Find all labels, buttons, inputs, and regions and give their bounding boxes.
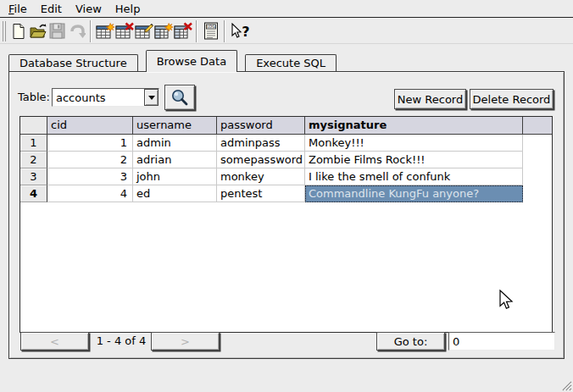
search-button[interactable] — [164, 85, 195, 110]
save-database-icon — [49, 23, 65, 39]
row-header[interactable]: 2 — [20, 152, 47, 168]
column-header-cid[interactable]: cid — [47, 117, 133, 135]
cell-cid[interactable]: 2 — [47, 152, 133, 168]
table-select[interactable]: accounts — [52, 88, 159, 107]
column-header-username[interactable]: username — [133, 117, 217, 135]
modify-table-icon — [135, 22, 153, 41]
toolbar: LOG ? — [0, 19, 573, 44]
row-header[interactable]: 1 — [20, 135, 47, 152]
svg-text:?: ? — [242, 23, 249, 39]
cell-password[interactable]: adminpass — [217, 135, 305, 152]
row-filler — [523, 152, 552, 168]
row-header[interactable]: 3 — [20, 168, 47, 185]
delete-table-button[interactable] — [114, 21, 134, 41]
row-filler — [523, 168, 552, 185]
whats-this-help-button[interactable]: ? — [229, 21, 254, 41]
cell-mysignature[interactable]: I like the smell of confunk — [305, 168, 523, 185]
menu-view[interactable]: View — [69, 2, 108, 16]
new-database-button[interactable] — [8, 21, 28, 41]
cell-cid[interactable]: 1 — [47, 135, 133, 152]
svg-text:LOG: LOG — [207, 25, 215, 29]
cell-cid[interactable]: 3 — [47, 168, 133, 185]
sqlite-database-browser-window: File Edit View Help — [0, 0, 573, 392]
whats-this-help-icon: ? — [231, 23, 253, 40]
cell-password[interactable]: monkey — [217, 168, 305, 185]
log-icon: LOG — [203, 22, 219, 40]
cell-mysignature-selected[interactable]: Commandline KungFu anyone? — [305, 185, 523, 202]
search-icon — [170, 88, 189, 107]
table-label: Table: — [18, 91, 50, 103]
cell-password[interactable]: pentest — [217, 185, 305, 202]
create-index-button[interactable] — [153, 21, 173, 41]
cell-mysignature[interactable]: Zombie Films Rock!!! — [305, 152, 523, 168]
toolbar-separator — [90, 20, 92, 42]
record-range-label: 1 - 4 of 4 — [91, 334, 152, 347]
create-table-button[interactable] — [95, 21, 114, 41]
go-to-record-input[interactable] — [448, 332, 555, 351]
toolbar-drag-handle[interactable] — [3, 21, 6, 41]
tab-bar: Database Structure Browse Data Execute S… — [8, 51, 344, 72]
next-records-button[interactable]: > — [151, 332, 220, 351]
revert-changes-button[interactable] — [67, 21, 86, 41]
modify-table-button[interactable] — [134, 21, 153, 41]
tab-browse-data[interactable]: Browse Data — [146, 50, 238, 72]
new-database-icon — [10, 23, 27, 40]
create-table-icon — [96, 22, 114, 41]
cell-password[interactable]: somepassword — [217, 152, 305, 168]
column-header-mysignature[interactable]: mysignature — [305, 117, 523, 135]
browse-data-panel: Table: accounts New Record Delete Record… — [8, 71, 565, 359]
table-select-dropdown-button[interactable] — [144, 89, 159, 106]
menu-bar: File Edit View Help — [0, 0, 573, 18]
delete-table-icon — [115, 22, 134, 41]
resize-grip[interactable] — [561, 380, 572, 391]
row-filler — [523, 185, 552, 202]
new-record-button[interactable]: New Record — [394, 89, 466, 109]
table-select-value: accounts — [53, 89, 144, 106]
row-filler — [523, 135, 552, 152]
column-header-filler — [523, 117, 552, 135]
cell-username[interactable]: admin — [133, 135, 217, 152]
go-to-button[interactable]: Go to: — [376, 332, 445, 351]
toolbar-separator — [224, 20, 225, 42]
revert-changes-icon — [69, 24, 86, 39]
cell-username[interactable]: adrian — [133, 152, 217, 168]
cell-username[interactable]: ed — [133, 185, 217, 202]
save-database-button[interactable] — [47, 21, 67, 41]
cell-mysignature[interactable]: Monkey!!! — [305, 135, 523, 152]
cell-cid[interactable]: 4 — [47, 185, 133, 202]
tab-execute-sql[interactable]: Execute SQL — [245, 54, 337, 72]
menu-help[interactable]: Help — [108, 2, 147, 16]
data-grid: cid username password mysignature 1 1 ad… — [19, 116, 553, 333]
row-header[interactable]: 4 — [20, 185, 47, 202]
delete-record-button[interactable]: Delete Record — [470, 89, 554, 109]
chevron-down-icon — [148, 96, 155, 100]
menu-file[interactable]: File — [2, 2, 34, 16]
grid-corner-cell[interactable] — [20, 117, 47, 135]
open-database-button[interactable] — [28, 21, 47, 41]
tab-database-structure[interactable]: Database Structure — [8, 54, 138, 72]
menu-edit[interactable]: Edit — [34, 2, 69, 16]
toolbar-separator — [196, 20, 197, 42]
log-button[interactable]: LOG — [201, 21, 220, 41]
mouse-cursor-icon — [498, 290, 514, 312]
cell-username[interactable]: john — [133, 168, 217, 185]
column-header-password[interactable]: password — [217, 117, 305, 135]
delete-index-icon — [174, 22, 192, 41]
create-index-icon — [154, 22, 173, 41]
grid-empty-area — [20, 202, 552, 332]
previous-records-button[interactable]: < — [20, 332, 89, 351]
delete-index-button[interactable] — [173, 21, 192, 41]
open-database-icon — [29, 23, 47, 40]
